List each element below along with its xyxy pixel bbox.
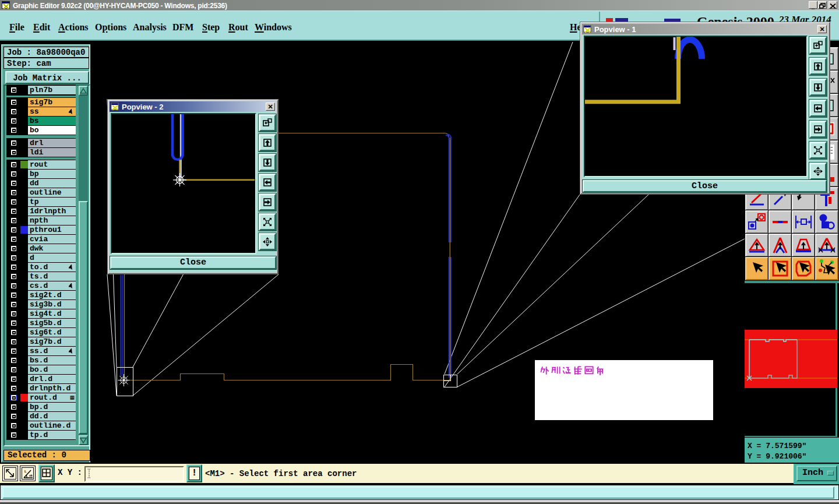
svg-text:L: L bbox=[24, 470, 27, 473]
svg-text:ok: ok bbox=[29, 474, 33, 477]
